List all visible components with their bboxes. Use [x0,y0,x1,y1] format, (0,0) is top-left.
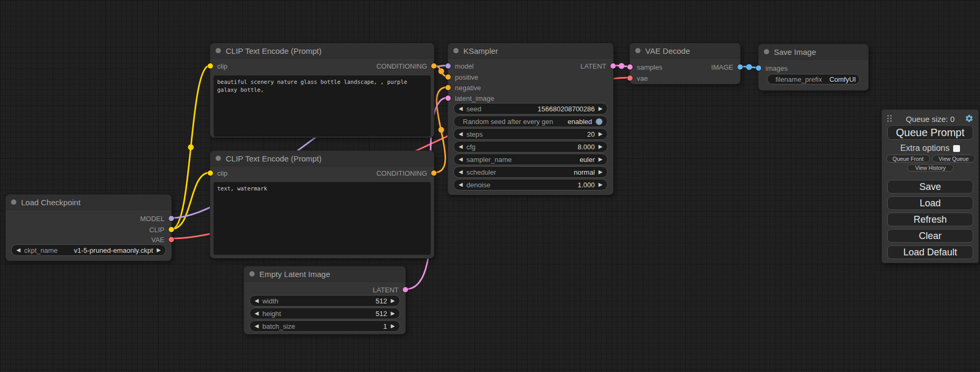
node-titlebar[interactable]: VAE Decode [630,43,740,59]
decrement-arrow-icon[interactable] [459,131,463,137]
scheduler-widget[interactable]: scheduler normal [453,166,608,178]
decrement-arrow-icon[interactable] [459,144,463,149]
queue-panel[interactable]: Queue size: 0 Queue Prompt Extra options… [881,109,979,263]
filename-prefix-widget[interactable]: filename_prefix ComfyUI [767,74,860,84]
input-slot-images: images [759,63,868,73]
batch-size-widget[interactable]: batch_size 1 [249,320,400,332]
negative-input-dot[interactable] [445,85,451,90]
node-clip-text-encode-positive[interactable]: CLIP Text Encode (Prompt) clip CONDITION… [210,43,434,138]
queue-prompt-button[interactable]: Queue Prompt [887,125,973,140]
gear-icon[interactable] [965,114,974,123]
collapse-dot-icon[interactable] [249,271,255,276]
height-widget[interactable]: height 512 [249,308,400,319]
collapse-dot-icon[interactable] [453,48,459,53]
node-clip-text-encode-negative[interactable]: CLIP Text Encode (Prompt) clip CONDITION… [210,150,434,259]
increment-arrow-icon[interactable] [598,169,603,175]
decrement-arrow-icon[interactable] [459,169,463,175]
seed-widget[interactable]: seed 156680208700286 [453,103,608,115]
positive-input-dot[interactable] [445,74,451,80]
save-button[interactable]: Save [887,180,973,194]
random-seed-widget[interactable]: Random seed after every gen enabled [453,116,608,127]
output-slot-model: MODEL [6,214,171,223]
link-midpoint-dot [746,64,752,70]
negative-prompt-textarea[interactable]: text, watermark [214,182,431,255]
decrement-arrow-icon[interactable] [255,323,259,329]
increment-arrow-icon[interactable] [598,182,603,187]
queue-size-label: Queue size: 0 [882,115,978,123]
images-input-dot[interactable] [756,65,761,71]
decrement-arrow-icon[interactable] [459,182,463,187]
increment-arrow-icon[interactable] [598,157,603,162]
node-empty-latent-image[interactable]: Empty Latent Image LATENT width 512 heig… [244,266,406,335]
node-title: KSampler [463,46,498,55]
decrement-arrow-icon[interactable] [459,157,463,162]
link-midpoint-dot [619,63,625,69]
clip-output-dot[interactable] [169,227,174,232]
collapse-dot-icon[interactable] [11,199,16,205]
denoise-widget[interactable]: denoise 1.000 [453,179,608,190]
decrement-arrow-icon[interactable] [255,311,259,316]
decrement-arrow-icon[interactable] [255,298,259,303]
conditioning-output-dot[interactable] [431,63,436,69]
load-button[interactable]: Load [887,196,973,210]
collapse-dot-icon[interactable] [216,156,221,161]
node-titlebar[interactable]: CLIP Text Encode (Prompt) [210,43,434,59]
node-vae-decode[interactable]: VAE Decode samples IMAGE vae [629,43,741,84]
output-slot-latent: LATENT [448,61,613,71]
increment-arrow-icon[interactable] [391,323,395,329]
increment-arrow-icon[interactable] [157,247,161,253]
image-output-dot[interactable] [738,64,743,70]
increment-arrow-icon[interactable] [598,144,603,149]
model-output-dot[interactable] [169,216,174,221]
decrement-arrow-icon[interactable] [459,106,463,111]
extra-options-checkbox[interactable] [953,145,960,152]
load-default-button[interactable]: Load Default [887,245,973,259]
node-save-image[interactable]: Save Image images filename_prefix ComfyU… [758,44,869,91]
sampler-name-widget[interactable]: sampler_name euler [453,154,608,165]
width-widget[interactable]: width 512 [249,295,400,307]
latent-output-dot[interactable] [403,287,408,292]
decrement-arrow-icon[interactable] [16,247,21,253]
node-title: Empty Latent Image [259,270,330,279]
node-titlebar[interactable]: KSampler [448,43,613,59]
ckpt-name-widget[interactable]: ckpt_name v1-5-pruned-emaonly.ckpt [11,244,166,256]
increment-arrow-icon[interactable] [598,106,603,111]
node-titlebar[interactable]: Save Image [759,44,868,60]
clear-button[interactable]: Clear [887,229,973,243]
collapse-dot-icon[interactable] [764,49,769,54]
comfyui-canvas[interactable]: { "colors": { "model": "#b39ddb", "clip"… [0,0,980,372]
link-midpoint-dot [439,127,444,133]
output-slot-clip: CLIP [6,225,171,234]
wire-clip-to-negative-encoder [172,173,210,229]
positive-prompt-textarea[interactable]: beautiful scenery nature glass bottle la… [214,75,431,137]
increment-arrow-icon[interactable] [391,298,395,303]
node-titlebar[interactable]: CLIP Text Encode (Prompt) [210,151,434,166]
extra-options-label: Extra options [900,144,949,153]
output-slot-conditioning: CONDITIONING [210,168,434,178]
node-ksampler[interactable]: KSampler model LATENT positive negative … [448,43,614,195]
link-midpoint-dot [439,69,444,74]
cfg-widget[interactable]: cfg 8.000 [453,141,608,152]
vae-output-dot[interactable] [169,237,174,242]
steps-widget[interactable]: steps 20 [453,128,608,140]
random-seed-toggle[interactable] [596,118,603,125]
latent-output-dot[interactable] [610,63,616,69]
input-slot-latent-image: latent_image [448,93,613,103]
queue-front-button[interactable]: Queue Front [886,155,930,163]
view-history-button[interactable]: View History [907,164,954,171]
node-title: VAE Decode [645,46,690,55]
view-queue-button[interactable]: View Queue [932,155,975,163]
node-title: CLIP Text Encode (Prompt) [226,154,322,163]
node-load-checkpoint[interactable]: Load Checkpoint MODEL CLIP VAE ckpt_name… [5,194,172,261]
latent-image-input-dot[interactable] [445,96,451,101]
collapse-dot-icon[interactable] [216,48,221,53]
refresh-button[interactable]: Refresh [887,213,973,226]
conditioning-output-dot[interactable] [431,170,436,176]
input-slot-positive: positive [448,72,613,82]
increment-arrow-icon[interactable] [391,311,395,316]
node-titlebar[interactable]: Load Checkpoint [6,195,171,210]
vae-input-dot[interactable] [627,75,633,81]
node-titlebar[interactable]: Empty Latent Image [244,266,405,282]
collapse-dot-icon[interactable] [635,48,641,53]
increment-arrow-icon[interactable] [598,131,603,137]
